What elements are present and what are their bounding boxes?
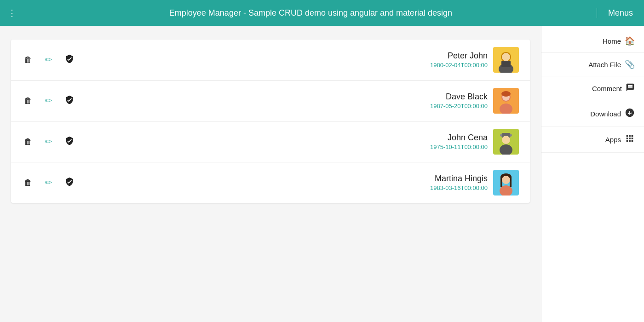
svg-rect-17 — [500, 177, 502, 187]
edit-icon: ✏ — [45, 55, 52, 65]
avatar — [493, 47, 519, 73]
check-shield-icon — [65, 54, 74, 66]
employee-text: Martina Hingis 1983-03-16T00:00:00 — [430, 174, 488, 191]
employee-name: Dave Black — [430, 92, 488, 102]
table-row: 🗑 ✏ Dave Blac — [11, 80, 530, 121]
sidebar-item-home[interactable]: Home 🏠 — [541, 29, 644, 53]
app-header: ⋮ Employee Manager - Sample CRUD demo us… — [0, 0, 644, 26]
trash-icon: 🗑 — [24, 96, 32, 106]
download-icon — [625, 108, 635, 120]
svg-point-19 — [502, 176, 510, 184]
table-row: 🗑 ✏ Peter Joh — [11, 40, 530, 80]
attach-file-icon: 📎 — [625, 59, 635, 69]
check-shield-icon — [65, 136, 74, 148]
app-title: Employee Manager - Sample CRUD demo usin… — [25, 8, 597, 18]
main-layout: 🗑 ✏ Peter Joh — [0, 26, 644, 322]
trash-icon: 🗑 — [24, 55, 32, 65]
sidebar-attach-label: Attach File — [588, 61, 621, 69]
app-root: ⋮ Employee Manager - Sample CRUD demo us… — [0, 0, 644, 322]
svg-point-2 — [502, 53, 510, 61]
table-row: 🗑 ✏ John Cena — [11, 121, 530, 162]
employee-list: 🗑 ✏ Peter Joh — [11, 40, 530, 203]
svg-point-8 — [501, 91, 511, 97]
employee-info: Dave Black 1987-05-20T00:00:00 — [430, 88, 519, 114]
hamburger-menu-icon[interactable]: ⋮ — [7, 7, 17, 18]
employee-text: Peter John 1980-02-04T00:00:00 — [430, 51, 488, 69]
edit-button[interactable]: ✏ — [43, 176, 54, 190]
svg-point-13 — [502, 136, 510, 144]
employee-date: 1987-05-20T00:00:00 — [430, 103, 488, 109]
delete-button[interactable]: 🗑 — [22, 176, 34, 190]
edit-button[interactable]: ✏ — [43, 53, 54, 67]
row-actions: 🗑 ✏ — [22, 93, 76, 109]
employee-date: 1980-02-04T00:00:00 — [430, 62, 488, 69]
comment-add-icon — [626, 83, 635, 94]
row-actions: 🗑 ✏ — [22, 52, 76, 68]
edit-button[interactable]: ✏ — [43, 135, 54, 149]
employee-text: Dave Black 1987-05-20T00:00:00 — [430, 92, 488, 109]
sidebar-item-download[interactable]: Download — [541, 101, 644, 127]
sidebar-item-attach-file[interactable]: Attach File 📎 — [541, 53, 644, 76]
employee-date: 1983-03-16T00:00:00 — [430, 184, 488, 191]
main-content: 🗑 ✏ Peter Joh — [0, 26, 541, 322]
edit-button[interactable]: ✏ — [43, 94, 54, 108]
check-shield-icon — [65, 177, 74, 189]
check-button[interactable] — [63, 93, 76, 109]
check-shield-icon — [65, 95, 74, 107]
employee-info: Peter John 1980-02-04T00:00:00 — [430, 47, 519, 73]
employee-info: Martina Hingis 1983-03-16T00:00:00 — [430, 170, 519, 196]
delete-button[interactable]: 🗑 — [22, 135, 34, 149]
check-button[interactable] — [63, 134, 76, 150]
sidebar-item-apps[interactable]: Apps — [541, 127, 644, 153]
sidebar-comment-label: Comment — [592, 85, 622, 92]
delete-button[interactable]: 🗑 — [22, 94, 34, 108]
sidebar-item-comment[interactable]: Comment — [541, 76, 644, 101]
employee-name: Peter John — [430, 51, 488, 61]
apps-icon — [625, 133, 635, 146]
edit-icon: ✏ — [45, 178, 52, 188]
table-row: 🗑 ✏ Martina H — [11, 162, 530, 203]
trash-icon: 🗑 — [24, 137, 32, 147]
avatar — [493, 170, 519, 196]
employee-name: John Cena — [430, 133, 488, 143]
employee-info: John Cena 1975-10-11T00:00:00 — [430, 129, 519, 155]
home-icon: 🏠 — [625, 36, 635, 46]
sidebar-home-label: Home — [603, 37, 621, 45]
row-actions: 🗑 ✏ — [22, 175, 76, 190]
delete-button[interactable]: 🗑 — [22, 53, 34, 67]
sidebar-download-label: Download — [590, 110, 621, 118]
edit-icon: ✏ — [45, 137, 52, 147]
employee-date: 1975-10-11T00:00:00 — [430, 144, 488, 150]
avatar — [493, 88, 519, 114]
check-button[interactable] — [63, 52, 76, 68]
trash-icon: 🗑 — [24, 178, 32, 188]
sidebar-apps-label: Apps — [605, 136, 621, 144]
row-actions: 🗑 ✏ — [22, 134, 76, 150]
edit-icon: ✏ — [45, 96, 52, 106]
employee-name: Martina Hingis — [430, 174, 488, 184]
right-sidebar: Home 🏠 Attach File 📎 Comment Download — [541, 26, 644, 322]
check-button[interactable] — [63, 175, 76, 190]
svg-rect-4 — [501, 61, 511, 67]
svg-rect-18 — [510, 177, 512, 187]
employee-text: John Cena 1975-10-11T00:00:00 — [430, 133, 488, 150]
menus-button[interactable]: Menus — [597, 8, 637, 18]
avatar — [493, 129, 519, 155]
